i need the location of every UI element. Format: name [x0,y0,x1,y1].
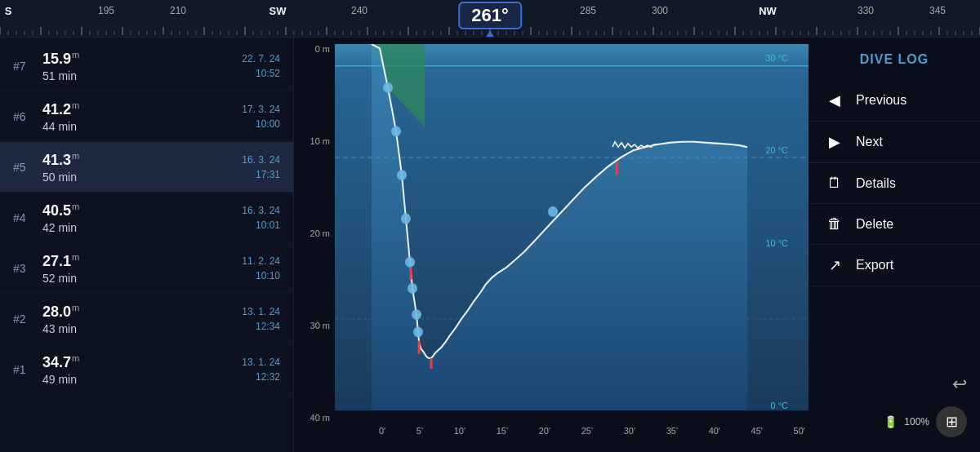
main-layout: #7 15.9m 51 min 22. 7. 2410:52 #6 41.2m … [0,38,980,452]
svg-point-14 [408,283,417,294]
dive-number: #3 [13,262,42,275]
compass-tick [743,31,744,35]
dive-log-icon-button[interactable]: ⊞ [936,406,967,437]
x-axis-label: 5' [416,426,423,436]
depth-unit: m [72,202,79,211]
details-button[interactable]: 🗒 Details [808,163,980,204]
compass-label-sw: SW [270,5,287,17]
compass-tick [939,27,940,35]
compass-tick [204,27,205,35]
compass-tick [351,31,352,35]
right-panel: DIVE LOG ◀ Previous ▶ Next 🗒 Details 🗑 D… [808,38,980,452]
dive-list-item-3[interactable]: #3 27.1m 52 min 11. 2. 2410:10 [0,243,293,294]
x-axis-label: 25' [581,426,593,436]
compass-tick [833,31,834,35]
heading-indicator [486,31,494,37]
compass-tick [245,27,246,35]
dive-profile-chart: 30 °C 20 °C 10 °C 0 °C [335,44,808,445]
compass-tick [147,31,148,35]
previous-button[interactable]: ◀ Previous [808,80,980,122]
x-axis-label: 30' [624,426,635,436]
compass-tick [572,27,572,35]
compass-tick [768,31,768,35]
compass-tick [621,31,621,35]
dive-list-item-2[interactable]: #2 28.0m 43 min 13. 1. 2412:34 [0,294,293,344]
dive-number: #6 [13,110,42,123]
compass-tick [335,31,336,35]
compass-tick [588,31,589,35]
heading-display: 261° [458,2,522,29]
compass-tick [596,31,597,35]
compass-label-s: S [5,5,12,17]
dive-stats: 15.9m 51 min [42,50,242,82]
dive-date: 22. 7. 2410:52 [242,51,280,81]
compass-tick [98,31,99,35]
compass-tick [874,31,875,35]
svg-text:10 °C: 10 °C [765,238,788,248]
svg-point-13 [405,257,415,268]
compass-tick [923,31,924,35]
compass-tick [662,31,662,35]
delete-label: Delete [856,217,893,232]
compass-tick [890,31,891,35]
compass-tick [800,31,801,35]
compass-label-210: 210 [170,5,186,16]
dive-list-item-1[interactable]: #1 34.7m 49 min 13. 1. 2412:32 [0,344,293,395]
dive-list-item-5[interactable]: #5 41.3m 50 min 16. 3. 2417:31 [0,142,293,193]
depth-unit: m [72,303,79,312]
compass-tick [474,31,474,35]
compass-tick [466,31,466,35]
dive-list-item-6[interactable]: #6 41.2m 44 min 17. 3. 2410:00 [0,91,293,142]
compass-tick [294,31,295,35]
next-button[interactable]: ▶ Next [808,122,980,163]
next-icon: ▶ [825,133,844,151]
svg-point-11 [397,170,407,180]
svg-point-15 [412,309,421,320]
x-axis-label: 0' [379,426,385,436]
dive-depth: 15.9m [42,50,242,68]
dive-stats: 27.1m 52 min [42,252,242,285]
compass-tick [188,31,189,35]
export-button[interactable]: ↗ Export [808,245,980,286]
compass-label-330: 330 [858,5,874,16]
compass-tick [139,31,140,35]
compass-tick [710,31,711,35]
battery-percentage: 100% [904,416,929,428]
compass-tick [882,31,883,35]
dive-date: 11. 2. 2410:10 [242,254,280,283]
compass-tick [90,31,91,35]
previous-icon: ◀ [825,91,844,109]
compass-tick [57,31,58,35]
x-axis-label: 45' [751,426,763,436]
delete-button[interactable]: 🗑 Delete [808,204,980,245]
x-axis-label: 35' [666,426,678,436]
back-button[interactable]: ↩ [808,366,980,403]
y-axis-label: 10 m [310,136,330,146]
compass-label-345: 345 [929,5,946,16]
compass-tick [956,31,956,35]
compass-tick [727,31,728,35]
dive-duration: 49 min [42,373,242,386]
compass-tick [776,27,777,35]
compass-tick [792,31,793,35]
dive-list-item-7[interactable]: #7 15.9m 51 min 22. 7. 2410:52 [0,41,293,91]
depth-unit: m [72,50,79,60]
details-label: Details [856,176,896,191]
dive-stats: 41.3m 50 min [42,151,242,184]
compass-tick [408,27,409,35]
compass-tick [555,31,556,35]
svg-point-9 [383,82,393,93]
svg-point-17 [548,206,558,217]
dive-depth: 28.0m [42,303,242,321]
compass-tick [808,31,809,35]
compass-tick [229,31,229,35]
compass-tick [964,31,964,35]
compass-tick [972,31,973,35]
compass-label-nw: NW [759,5,777,17]
compass-tick [359,31,360,35]
x-axis-label: 50' [794,426,805,436]
dive-duration: 44 min [42,120,242,133]
compass-tick [449,27,450,35]
compass-tick [384,31,385,35]
dive-list-item-4[interactable]: #4 40.5m 42 min 16. 3. 2410:01 [0,193,293,243]
